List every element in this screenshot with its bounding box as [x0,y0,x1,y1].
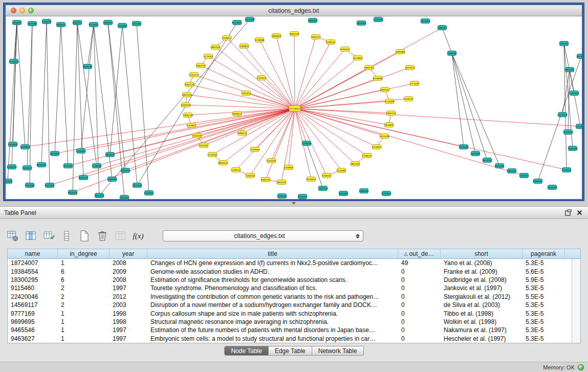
table-row[interactable]: 946554611997Estimation of the future num… [8,326,580,334]
graph-node[interactable]: 9513505 [6,179,13,184]
import-table-icon[interactable] [42,229,55,243]
graph-node[interactable]: 1529741 [231,168,241,172]
graph-node[interactable]: 2043184 [27,21,37,26]
table-row[interactable]: 1456911722003Disruption of a novel membe… [8,301,580,309]
graph-node[interactable]: 1264532 [321,173,331,178]
graph-node[interactable]: 1034150 [7,165,16,169]
graph-node[interactable]: 1693413 [308,18,317,23]
table-selector-dropdown[interactable]: citations_edges.txt [163,230,363,242]
close-window-button[interactable] [11,8,16,13]
graph-node[interactable]: 1095413 [507,169,516,173]
graph-node[interactable]: 1150332 [92,164,101,168]
table-row[interactable]: 911546021997Tourette syndrome. Phenomeno… [8,284,580,292]
graph-edge[interactable] [295,108,580,126]
graph-node[interactable]: 1815030 [50,151,59,156]
graph-node[interactable]: 1534545 [301,141,311,146]
graph-node[interactable]: 1154469 [384,99,394,104]
graph-node[interactable]: 1045112 [120,168,130,173]
table-row[interactable]: 1830029562008Estimation of significance … [8,276,580,284]
graph-node[interactable]: 9245012 [381,191,391,196]
graph-node[interactable]: 1523013 [76,149,85,154]
graph-node[interactable]: 1927413 [564,68,574,72]
graph-edge[interactable] [73,23,77,192]
graph-node[interactable]: 1563345 [266,159,276,163]
column-header-year[interactable]: year [110,249,147,258]
graph-node[interactable]: 1228088 [254,38,264,42]
graph-node[interactable]: 2154811 [372,145,381,149]
graph-edge[interactable] [295,108,567,170]
graph-node[interactable]: 1154350 [547,185,557,190]
graph-edge[interactable] [452,53,475,154]
graph-node[interactable]: 7253812 [186,123,196,128]
graph-node[interactable]: 1815432 [276,180,286,185]
graph-node[interactable]: 1024154 [68,190,77,195]
create-table-icon[interactable] [78,229,91,243]
graph-edge[interactable] [41,21,47,165]
graph-node[interactable]: 1961379 [289,32,299,36]
graph-node[interactable]: 1504135 [559,41,569,46]
graph-edge[interactable] [295,108,355,164]
graph-node[interactable]: 9505130 [36,163,46,167]
graph-edge[interactable] [204,108,295,145]
graph-node[interactable]: 9413023 [89,23,98,27]
graph-node[interactable]: 1807414 [182,93,191,97]
graph-edge[interactable] [88,25,94,67]
graph-edge[interactable] [47,21,50,185]
function-builder-icon[interactable]: f(x) [132,229,145,243]
graph-node[interactable]: 9050135 [78,176,88,180]
graph-node[interactable]: 1094502 [359,189,368,193]
graph-node[interactable]: 1519024 [20,145,30,149]
graph-node[interactable]: 2154081 [336,168,346,173]
graph-node[interactable]: 2260815 [239,44,249,49]
graph-node[interactable]: 1750344 [207,152,217,157]
graph-node[interactable]: 1862210 [195,63,205,68]
graph-node[interactable]: 9135054 [144,191,154,195]
column-header-out_de[interactable]: △out_de… [398,249,441,258]
graph-node[interactable]: 1913504 [420,19,430,24]
graph-node[interactable]: 1322561 [132,21,141,26]
graph-edge[interactable] [295,37,316,108]
graph-node[interactable]: 1064762 [364,65,374,70]
graph-node[interactable]: 1322014 [256,76,266,80]
graph-edge[interactable] [570,70,580,126]
graph-node[interactable]: 1635405 [470,151,480,156]
graph-node[interactable]: 1009413 [103,20,113,25]
graph-node[interactable]: 1641209 [245,17,254,22]
graph-node[interactable]: 1733341 [250,147,259,152]
graph-node[interactable]: 1024501 [575,124,582,129]
graph-node[interactable]: 2262209 [107,177,117,182]
graph-node[interactable]: 1635205 [192,134,202,138]
graph-edge[interactable] [295,108,391,113]
tab-node-table[interactable]: Node Table [224,346,269,356]
table-row[interactable]: 977716911998Corpus callosum shape and si… [8,309,580,317]
graph-node[interactable]: 1275341 [203,54,213,59]
graph-edge[interactable] [55,25,61,154]
graph-node[interactable]: 1854932 [384,123,394,127]
delete-table-icon[interactable] [96,229,109,243]
tab-edge-table[interactable]: Edge Table [269,346,312,356]
network-view[interactable]: 1724054220831218022041275341186221012457… [6,16,582,199]
graph-node[interactable]: 1655144 [94,193,104,198]
graph-node[interactable]: 9204419 [181,103,190,107]
table-row[interactable]: 1938455462009Genome-wide association stu… [8,267,580,275]
graph-node[interactable]: 1852104 [356,21,366,26]
graph-node[interactable]: 1854032 [12,20,21,25]
graph-edge[interactable] [295,108,341,170]
graph-node[interactable]: 1679195 [459,145,468,149]
graph-edge[interactable] [61,25,68,166]
graph-node[interactable]: 9152304 [45,183,54,188]
graph-node[interactable]: 1355413 [297,194,307,199]
graph-edge[interactable] [442,28,452,53]
graph-node[interactable]: 1807561 [350,162,360,166]
graph-node[interactable]: 1224150 [373,17,383,22]
network-canvas[interactable]: 1724054220831218022041275341186221012457… [6,16,582,199]
network-window-titlebar[interactable]: citations_edges.txt [6,5,582,16]
graph-node[interactable]: 1162615 [241,91,251,96]
graph-edge[interactable] [294,34,295,108]
graph-edge[interactable] [564,43,567,170]
graph-node[interactable]: 1253034 [9,59,18,64]
graph-node[interactable]: 1304150 [568,146,577,151]
graph-node[interactable]: 1245712 [189,73,199,77]
graph-node[interactable]: 1601427 [380,87,389,92]
graph-node[interactable]: 1770554 [561,168,571,172]
